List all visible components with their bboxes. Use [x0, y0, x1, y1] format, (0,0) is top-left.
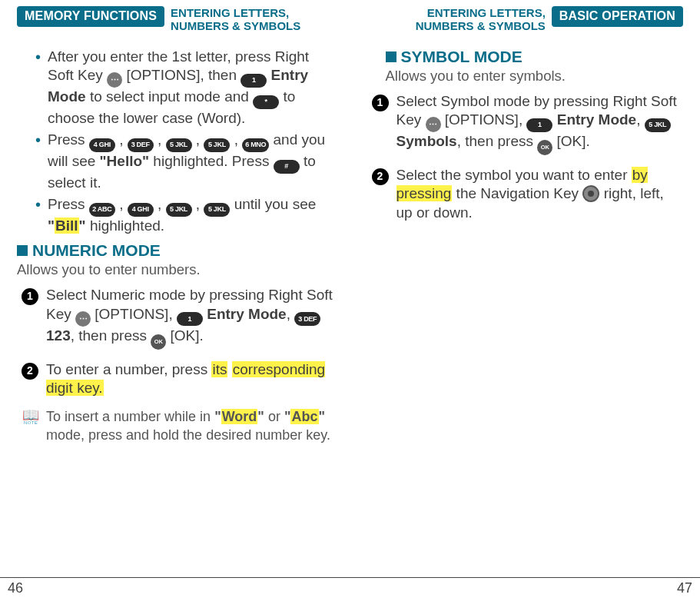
step-number-1-icon: 1 — [22, 288, 38, 305]
word-highlight: Word — [221, 409, 258, 424]
key-4-icon: 4 GHI — [128, 203, 154, 217]
tab-basic-operation: BASIC OPERATION — [552, 6, 683, 27]
text: To enter a number, press — [46, 361, 207, 377]
key-6-icon: 6 MNO — [242, 138, 269, 152]
symbol-mode-sub: Allows you to enter symbols. — [386, 68, 684, 85]
running-head-left: ENTERING LETTERS, NUMBERS & SYMBOLS — [171, 6, 300, 33]
header-right: ENTERING LETTERS, NUMBERS & SYMBOLS BASI… — [367, 6, 684, 40]
step-number-1-icon: 1 — [372, 95, 389, 111]
key-5-icon: 5 JKL — [204, 138, 230, 152]
ok-key-icon: OK — [151, 334, 166, 350]
numeric-mode-title: NUMERIC MODE — [17, 241, 333, 260]
bill-quote-open: " — [48, 217, 55, 234]
page-left: MEMORY FUNCTIONS ENTERING LETTERS, NUMBE… — [0, 0, 350, 601]
symbol-step-1: 1 Select Symbol mode by pressing Right S… — [367, 92, 684, 155]
title-text: NUMERIC MODE — [32, 241, 161, 260]
bullet-3: Press 2 ABC , 4 GHI , 5 JKL , 5 JKL unti… — [35, 195, 333, 235]
key-5-icon: 5 JKL — [645, 118, 671, 132]
key-hash-icon: # — [274, 160, 300, 174]
text: [OPTIONS], — [445, 111, 523, 128]
bullet-2: Press 4 GHI , 3 DEF , 5 JKL , 5 JKL , 6 … — [35, 131, 333, 192]
key-1-icon: 1 — [241, 74, 267, 88]
text: To insert a number while in — [46, 409, 211, 424]
softkey-icon: ⋯ — [75, 311, 91, 327]
text: to select input mode and — [90, 88, 249, 105]
page-number-left: 46 — [8, 580, 23, 596]
symbol-mode-title: SYMBOL MODE — [386, 48, 684, 66]
running-head-line2: NUMBERS & SYMBOLS — [416, 19, 546, 32]
text: [OPTIONS], then — [126, 67, 237, 83]
key-star-icon: * — [253, 95, 279, 109]
text: [OK]. — [171, 327, 204, 344]
running-head-right: ENTERING LETTERS, NUMBERS & SYMBOLS — [416, 6, 546, 33]
text: mode, press and hold the desired number … — [46, 427, 330, 443]
running-head-line1: ENTERING LETTERS, — [427, 6, 546, 19]
note-icon: 📖NOTE — [22, 408, 40, 444]
step-number-2-icon: 2 — [22, 363, 38, 380]
key-5-icon: 5 JKL — [166, 138, 192, 152]
numeric-step-2: 2 To enter a number, press its correspon… — [17, 360, 333, 398]
word-mode-bullets: After you enter the 1st letter, press Ri… — [17, 48, 333, 235]
text: , then press — [457, 133, 533, 149]
footer-left: 46 — [0, 577, 350, 601]
step-number-2-icon: 2 — [372, 168, 389, 185]
symbol-step-2: 2 Select the symbol you want to enter by… — [367, 166, 684, 222]
text: highlighted. — [90, 217, 164, 234]
numeric-step-1: 1 Select Numeric mode by pressing Right … — [17, 286, 333, 349]
nav-key-icon — [582, 185, 599, 202]
text: the Navigation Key — [456, 185, 579, 201]
running-head-line2: NUMBERS & SYMBOLS — [171, 19, 300, 32]
square-bullet-icon — [17, 245, 28, 256]
bill-highlight: Bill — [55, 217, 79, 234]
header-left: MEMORY FUNCTIONS ENTERING LETTERS, NUMBE… — [17, 6, 333, 40]
key-4-icon: 4 GHI — [89, 138, 115, 152]
text: [OK]. — [557, 133, 590, 149]
key-2-icon: 2 ABC — [89, 203, 115, 217]
key-5-icon: 5 JKL — [204, 203, 230, 217]
text: Press — [48, 196, 85, 212]
key-3-icon: 3 DEF — [294, 312, 320, 326]
numeric-mode-sub: Allows you to enter numbers. — [17, 261, 333, 278]
key-1-icon: 1 — [526, 118, 552, 132]
its-highlight: its — [211, 361, 227, 377]
bullet-1: After you enter the 1st letter, press Ri… — [35, 48, 333, 128]
text: Press — [48, 131, 85, 148]
key-3-icon: 3 DEF — [128, 138, 154, 152]
tab-memory-functions: MEMORY FUNCTIONS — [17, 6, 164, 27]
entry-mode-label: Entry Mode — [207, 306, 286, 322]
symbols-label: Symbols — [396, 133, 457, 149]
page-right: ENTERING LETTERS, NUMBERS & SYMBOLS BASI… — [350, 0, 701, 601]
text: until you see — [234, 196, 317, 212]
abc-highlight: Abc — [290, 409, 318, 424]
title-text: SYMBOL MODE — [401, 48, 523, 66]
page-number-right: 47 — [677, 580, 692, 596]
softkey-icon: ⋯ — [107, 72, 122, 88]
key-5-icon: 5 JKL — [166, 203, 192, 217]
ok-key-icon: OK — [537, 140, 552, 155]
key-1-icon: 1 — [177, 312, 203, 326]
text: , then press — [71, 327, 147, 344]
text: [OPTIONS], — [95, 306, 172, 322]
text: highlighted. Press — [153, 153, 269, 169]
mode-123-label: 123 — [46, 327, 71, 344]
bill-quote-close: " — [79, 217, 86, 234]
numeric-note: 📖NOTE To insert a number while in "Word"… — [17, 408, 333, 444]
text: Select the symbol you want to enter — [396, 167, 628, 183]
running-head-line1: ENTERING LETTERS, — [171, 6, 289, 19]
footer-right: 47 — [350, 577, 701, 601]
square-bullet-icon — [386, 51, 396, 62]
text: or — [268, 409, 280, 424]
hello-quote: "Hello" — [100, 153, 149, 169]
softkey-icon: ⋯ — [426, 117, 441, 132]
entry-mode-label: Entry Mode — [557, 111, 636, 128]
